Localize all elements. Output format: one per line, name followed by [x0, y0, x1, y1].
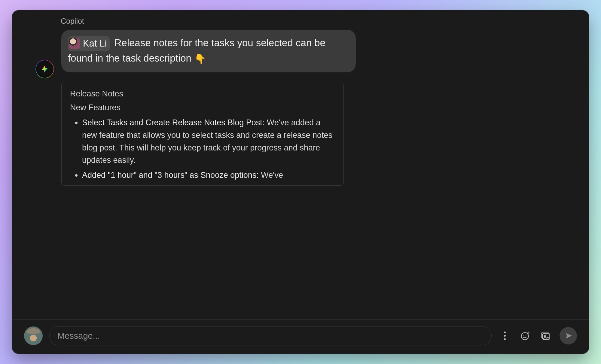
svg-point-1 [504, 335, 506, 337]
composer-actions [498, 327, 577, 344]
list-item: Added "1 hour" and "3 hours" as Snooze o… [82, 169, 335, 182]
svg-point-3 [521, 332, 529, 340]
kebab-icon [504, 331, 506, 340]
notes-heading: Release Notes [70, 88, 335, 100]
message-row: Kat Li Release notes for the tasks you s… [34, 30, 567, 186]
release-notes-card[interactable]: Release Notes New Features Select Tasks … [61, 82, 344, 186]
svg-point-0 [504, 332, 506, 333]
list-item: Select Tasks and Create Release Notes Bl… [82, 117, 335, 167]
list-item-title: Select Tasks and Create Release Notes Bl… [82, 118, 264, 127]
composer[interactable] [49, 326, 492, 345]
mention-avatar [69, 38, 80, 49]
message-column: Kat Li Release notes for the tasks you s… [61, 30, 567, 186]
emoji-plus-icon [520, 331, 530, 341]
emoji-button[interactable] [519, 329, 532, 342]
svg-point-5 [526, 335, 526, 336]
composer-bar [12, 319, 589, 354]
svg-point-2 [504, 338, 506, 340]
image-stack-icon [541, 331, 551, 340]
svg-point-4 [523, 335, 524, 336]
message-input[interactable] [57, 331, 484, 341]
mention-pill[interactable]: Kat Li [68, 36, 110, 51]
chat-scroll-area[interactable]: Copilot [12, 10, 589, 319]
message-bubble: Kat Li Release notes for the tasks you s… [61, 30, 356, 72]
user-avatar[interactable] [24, 326, 43, 345]
mention-name: Kat Li [83, 37, 107, 50]
attach-image-button[interactable] [539, 329, 552, 342]
copilot-avatar [35, 60, 54, 78]
bolt-icon [40, 65, 49, 74]
notes-subheading: New Features [70, 102, 335, 114]
chat-window: Copilot [12, 10, 589, 354]
scroll-fade [12, 311, 589, 319]
more-options-button[interactable] [498, 329, 511, 342]
svg-point-7 [544, 335, 546, 337]
send-button[interactable] [560, 327, 577, 344]
send-icon [565, 332, 573, 340]
list-item-body: We've [259, 171, 283, 180]
point-down-emoji: 👇 [194, 53, 206, 64]
notes-list: Select Tasks and Create Release Notes Bl… [70, 117, 335, 182]
sender-label: Copilot [34, 17, 567, 26]
list-item-title: Added "1 hour" and "3 hours" as Snooze o… [82, 171, 259, 180]
